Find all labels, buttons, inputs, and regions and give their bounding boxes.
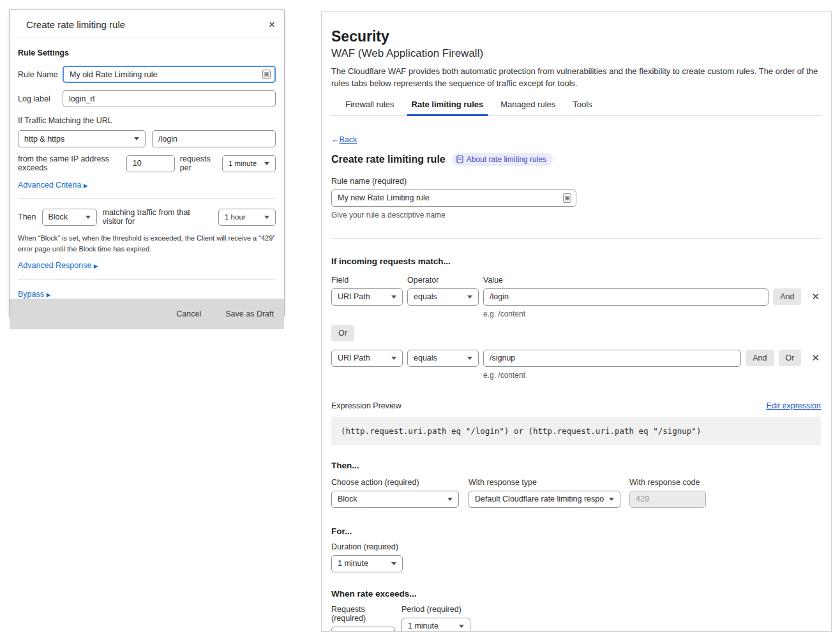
scheme-select[interactable]: http & https — [18, 130, 146, 147]
bypass-link[interactable]: Bypass ▶ — [18, 290, 276, 299]
rule-name-input[interactable] — [331, 190, 576, 207]
section-divider — [18, 198, 276, 199]
tab-tools[interactable]: Tools — [573, 100, 592, 115]
operator-column-label: Operator — [407, 276, 479, 285]
cancel-button[interactable]: Cancel — [176, 309, 201, 318]
waf-tabs: Firewall rules Rate limiting rules Manag… — [331, 100, 821, 115]
then-prefix-text: Then — [18, 212, 36, 221]
and-button[interactable]: And — [773, 288, 801, 305]
arrow-left-icon: ← — [331, 135, 340, 144]
modal-body: Rule Settings Rule Name ▣ Log label If T… — [10, 38, 284, 299]
operator-select[interactable]: equals — [407, 350, 479, 367]
tab-rate-limiting-rules[interactable]: Rate limiting rules — [412, 100, 484, 115]
and-button[interactable]: And — [746, 350, 774, 366]
autofill-icon[interactable]: ▣ — [262, 70, 271, 79]
response-type-select[interactable]: Default Cloudflare rate limiting respons… — [469, 491, 620, 508]
or-button[interactable]: Or — [779, 350, 802, 366]
chevron-down-icon — [467, 357, 472, 360]
section-divider — [18, 279, 276, 280]
traffic-match-heading: If Traffic Matching the URL — [18, 116, 276, 125]
chevron-down-icon — [467, 295, 472, 299]
requests-input[interactable] — [331, 627, 395, 632]
log-label-input[interactable] — [63, 90, 276, 107]
value-helper: e.g. /content — [483, 371, 821, 380]
rule-name-input[interactable] — [63, 66, 276, 83]
expression-preview-label: Expression Preview — [331, 401, 401, 410]
period-select[interactable]: 1 minute — [401, 618, 470, 632]
back-link[interactable]: ←Back — [331, 135, 357, 144]
rule-settings-heading: Rule Settings — [18, 48, 276, 57]
value-helper: e.g. /content — [483, 309, 821, 318]
advanced-criteria-link[interactable]: Advanced Criteria ▶ — [18, 181, 276, 190]
exceeds-prefix-text: from the same IP address exceeds — [18, 154, 121, 172]
period-select[interactable]: 1 minute — [222, 155, 276, 172]
action-select[interactable]: Block — [42, 209, 97, 226]
for-heading: For... — [331, 526, 821, 536]
chevron-down-icon — [447, 498, 453, 501]
chevron-down-icon — [391, 562, 396, 565]
response-code-input — [629, 491, 706, 508]
operator-select[interactable]: equals — [407, 288, 479, 306]
page-title: Security — [331, 28, 821, 45]
chevron-down-icon — [609, 498, 614, 501]
modal-header: Create rate limiting rule × — [10, 10, 284, 38]
caret-right-icon: ▶ — [46, 292, 50, 298]
expression-code: (http.request.uri.path eq "/login") or (… — [331, 417, 821, 445]
condition-row: URI Path equals And Or ✕ — [331, 350, 821, 367]
chevron-down-icon — [86, 216, 91, 219]
chevron-down-icon — [391, 357, 396, 360]
about-rate-limiting-badge[interactable]: About rate limiting rules — [452, 153, 553, 166]
page-description: The Cloudflare WAF provides both automat… — [331, 66, 821, 90]
requests-label: Requests (required) — [331, 605, 395, 623]
autofill-icon[interactable]: ▣ — [563, 193, 571, 203]
choose-action-label: Choose action (required) — [331, 478, 459, 487]
create-rate-limit-modal: Create rate limiting rule × Rule Setting… — [9, 9, 285, 317]
then-heading: Then... — [331, 461, 821, 470]
remove-condition-icon[interactable]: ✕ — [810, 352, 821, 364]
block-note-text: When “Block” is set, when the threshold … — [18, 233, 276, 255]
page-subtitle: WAF (Web Application Firewall) — [331, 47, 821, 60]
caret-right-icon: ▶ — [94, 263, 98, 269]
save-as-draft-button[interactable]: Save as Draft — [225, 309, 274, 318]
requests-count-input[interactable] — [126, 155, 175, 172]
remove-condition-icon[interactable]: ✕ — [810, 291, 821, 302]
value-input[interactable] — [483, 288, 769, 306]
chevron-down-icon — [264, 162, 269, 165]
modal-title: Create rate limiting rule — [26, 19, 125, 30]
chevron-down-icon — [134, 137, 139, 140]
caret-right-icon: ▶ — [84, 182, 88, 189]
advanced-response-link[interactable]: Advanced Response ▶ — [18, 261, 276, 270]
chevron-down-icon — [459, 625, 464, 628]
tab-firewall-rules[interactable]: Firewall rules — [345, 100, 394, 115]
rate-heading: When rate exceeds... — [331, 589, 821, 599]
form-title: Create rate limiting rule — [331, 154, 446, 165]
choose-action-select[interactable]: Block — [331, 491, 459, 508]
period-label: Period (required) — [401, 605, 470, 614]
url-pattern-input[interactable] — [152, 130, 276, 147]
field-select[interactable]: URI Path — [331, 288, 403, 306]
block-duration-select[interactable]: 1 hour — [218, 209, 276, 226]
modal-footer: Cancel Save as Draft — [10, 299, 284, 329]
tab-managed-rules[interactable]: Managed rules — [500, 100, 555, 115]
security-waf-panel: Security WAF (Web Application Firewall) … — [321, 11, 832, 632]
value-input[interactable] — [483, 350, 741, 367]
close-icon[interactable]: × — [269, 19, 275, 30]
log-label-label: Log label — [18, 94, 63, 103]
condition-row: URI Path equals And ✕ — [331, 288, 821, 306]
rule-name-label: Rule Name — [18, 70, 63, 79]
duration-label: Duration (required) — [331, 542, 821, 551]
edit-expression-link[interactable]: Edit expression — [767, 401, 821, 410]
chevron-down-icon — [391, 295, 396, 299]
or-button[interactable]: Or — [331, 325, 354, 341]
chevron-down-icon — [264, 216, 269, 219]
section-divider — [331, 238, 821, 239]
duration-select[interactable]: 1 minute — [331, 555, 403, 572]
match-heading: If incoming requests match... — [331, 257, 821, 266]
field-select[interactable]: URI Path — [331, 350, 403, 367]
document-icon — [456, 155, 463, 163]
response-type-label: With response type — [469, 478, 620, 487]
rule-name-label: Rule name (required) — [331, 177, 821, 186]
response-code-label: With response code — [629, 478, 706, 487]
requests-suffix-text: requests per — [180, 154, 217, 172]
then-middle-text: matching traffic from that visitor for — [103, 208, 213, 226]
